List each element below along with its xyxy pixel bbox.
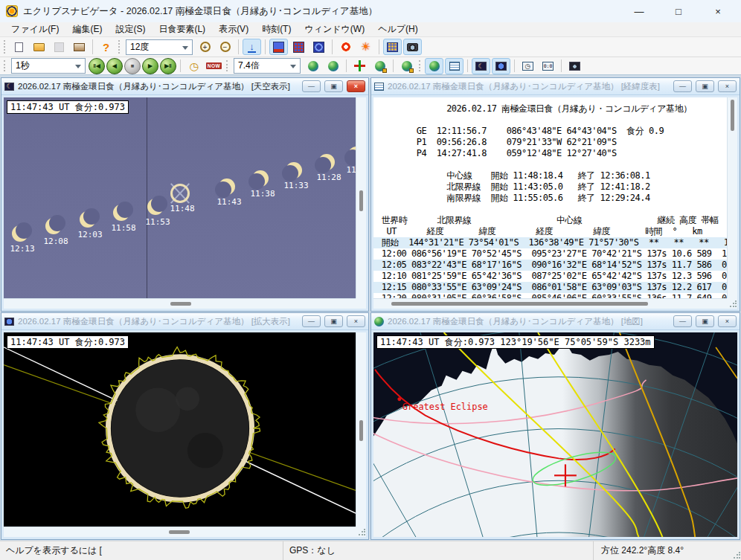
toolbar-separator: [393, 59, 394, 72]
maximize-button[interactable]: □: [661, 0, 696, 22]
sun-display-button[interactable]: ☀: [356, 39, 375, 55]
window-zoom-button[interactable]: [492, 58, 510, 74]
map-settings-button[interactable]: [370, 58, 389, 74]
toolbar-grip[interactable]: [118, 40, 121, 54]
menu-item-help[interactable]: ヘルプ(H): [371, 22, 425, 37]
view-circle-button[interactable]: [309, 39, 328, 55]
step-backward-button[interactable]: ‖◀: [89, 58, 105, 74]
map-window-tag: [地図]: [621, 317, 643, 326]
table-restore-button[interactable]: ▣: [696, 80, 714, 92]
scroll-thumb[interactable]: [359, 420, 363, 441]
menu-item-eclipse-elements[interactable]: 日食要素(L): [152, 22, 212, 37]
toolbar-separator: [346, 59, 347, 72]
table-horizontal-scrollbar[interactable]: [373, 298, 727, 309]
menu-item-settings[interactable]: 設定(S): [109, 22, 152, 37]
map-canvas[interactable]: Greatest Eclipse: [373, 332, 737, 537]
magnified-eclipse-graphic: [4, 332, 356, 527]
table-vertical-scrollbar[interactable]: [727, 97, 737, 298]
zoom-restore-button[interactable]: ▣: [324, 315, 343, 327]
map-zoom-in-button[interactable]: [304, 58, 322, 74]
scroll-thumb[interactable]: [391, 302, 648, 306]
fov-select-chevron-down-icon[interactable]: [182, 46, 188, 50]
globe-hammer-icon: [402, 61, 412, 71]
help-button[interactable]: ?: [97, 39, 115, 55]
window-countdown-button[interactable]: 0:0: [539, 58, 557, 74]
menu-item-file[interactable]: ファイル(F): [4, 22, 65, 37]
zoom-minimize-button[interactable]: —: [302, 315, 321, 327]
map-zoom-out-button[interactable]: [324, 58, 342, 74]
table-close-button[interactable]: ×: [718, 80, 737, 92]
map-restore-button[interactable]: ▣: [696, 315, 714, 327]
zoom-horizontal-scrollbar[interactable]: [4, 527, 356, 537]
step-forward-button[interactable]: ▶‖: [160, 58, 176, 74]
map-minimize-button[interactable]: —: [673, 315, 692, 327]
scrollbar-corner: [356, 527, 366, 537]
fov-select[interactable]: 12度: [126, 39, 193, 55]
window-sky-button[interactable]: ☾: [472, 58, 490, 74]
toolbar-separator: [238, 39, 239, 54]
menu-item-window[interactable]: ウィンドウ(W): [298, 22, 371, 37]
time-now-button[interactable]: NOW: [205, 58, 223, 74]
window-table-button[interactable]: [445, 58, 463, 74]
view-sky-button[interactable]: [269, 39, 288, 55]
sky-restore-button[interactable]: ▣: [324, 80, 343, 92]
map-scale-select-chevron-down-icon[interactable]: [290, 65, 296, 68]
map-scale-select[interactable]: 7.4倍: [234, 58, 301, 74]
time-step-select-chevron-down-icon[interactable]: [75, 65, 81, 68]
print-button[interactable]: [70, 39, 89, 55]
scrollbar-corner: [727, 298, 737, 309]
menu-item-edit[interactable]: 編集(E): [65, 22, 109, 37]
map-edit-button[interactable]: [397, 58, 416, 74]
window-map-button[interactable]: [425, 58, 443, 74]
view-grid-button[interactable]: [289, 39, 308, 55]
open-file-button[interactable]: [30, 39, 48, 55]
map-center-button[interactable]: [350, 58, 369, 74]
scroll-thumb[interactable]: [170, 302, 191, 306]
table-minimize-button[interactable]: —: [673, 80, 692, 92]
zoom-vertical-scrollbar[interactable]: [356, 332, 366, 527]
sky-minimize-button[interactable]: —: [302, 80, 321, 92]
toolbar-grip[interactable]: [4, 60, 7, 71]
resize-grip[interactable]: [729, 300, 737, 308]
main-titlebar[interactable]: エクリプスナビゲータ - 2026.02.17 南極金環日食（月縁あり･コンコル…: [0, 0, 741, 22]
grid-table-button[interactable]: [383, 39, 402, 55]
zoom-out-button[interactable]: −: [216, 39, 234, 55]
annular-ring-icon: [170, 184, 190, 203]
window-resize-grip[interactable]: [733, 552, 740, 559]
sky-close-button[interactable]: ×: [347, 80, 365, 92]
menu-item-view[interactable]: 表示(V): [212, 22, 255, 37]
play-forward-button[interactable]: ▶: [142, 58, 158, 74]
sky-canvas[interactable]: 12:1312:0812:0311:5811:5311:4811:4311:38…: [4, 97, 356, 298]
close-button[interactable]: ×: [701, 0, 735, 22]
menu-item-time[interactable]: 時刻(T): [255, 22, 298, 37]
scroll-thumb[interactable]: [731, 100, 734, 131]
zoom-close-button[interactable]: ×: [347, 315, 365, 327]
sky-vertical-scrollbar[interactable]: [356, 97, 366, 298]
scroll-thumb[interactable]: [359, 190, 363, 211]
phase-time-label: 11:33: [280, 181, 312, 190]
toolbar-grip[interactable]: [4, 40, 7, 54]
sky-horizontal-scrollbar[interactable]: [4, 298, 356, 309]
zoom-window-titlebar[interactable]: 2026.02.17 南極金環日食（月縁あり･コンコルディア基地） [拡大表示]…: [1, 313, 368, 330]
table-window-titlebar[interactable]: 2026.02.17 南極金環日食（月縁あり･コンコルディア基地） [経緯度表]…: [371, 78, 740, 95]
zoom-in-button[interactable]: +: [196, 39, 214, 55]
window-clock-button[interactable]: ◷: [519, 58, 537, 74]
amber-grid-icon: [387, 42, 398, 52]
new-file-button[interactable]: [10, 39, 28, 55]
map-close-button[interactable]: ×: [718, 315, 737, 327]
set-time-button[interactable]: ◷: [185, 58, 203, 74]
window-camera-button[interactable]: [565, 58, 584, 74]
scroll-thumb[interactable]: [169, 530, 190, 534]
sky-window-titlebar[interactable]: ☾ 2026.02.17 南極金環日食（月縁あり･コンコルディア基地） [天空表…: [1, 78, 368, 95]
minimize-button[interactable]: —: [622, 0, 656, 22]
snapshot-button[interactable]: [403, 39, 422, 55]
time-step-select[interactable]: 1秒: [11, 58, 86, 74]
magnified-eclipse-canvas[interactable]: [4, 332, 356, 527]
toolbar-grip[interactable]: [419, 60, 422, 71]
resize-grip[interactable]: [358, 529, 365, 536]
download-elements-button[interactable]: ↓: [243, 39, 261, 55]
toolbar-grip[interactable]: [226, 60, 229, 71]
annular-eclipse-button[interactable]: [336, 39, 355, 55]
play-backward-button[interactable]: ◀: [106, 58, 123, 74]
map-window-titlebar[interactable]: 2026.02.17 南極金環日食（月縁あり･コンコルディア基地） [地図] —…: [371, 313, 740, 330]
